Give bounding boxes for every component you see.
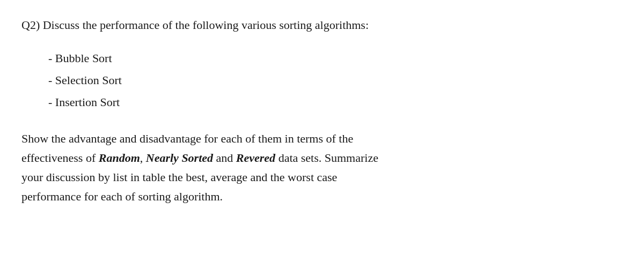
desc-line2-pre: effectiveness of (21, 151, 99, 165)
desc-line3: your discussion by list in table the bes… (21, 170, 337, 184)
desc-line4: performance for each of sorting algorith… (21, 190, 223, 203)
insertion-sort-item: - Insertion Sort (48, 93, 623, 111)
description-block: Show the advantage and disadvantage for … (21, 129, 623, 207)
desc-line1: Show the advantage and disadvantage for … (21, 132, 353, 145)
question-title: Q2) Discuss the performance of the follo… (21, 16, 623, 34)
revered-text: Revered (236, 151, 275, 165)
selection-sort-item: - Selection Sort (48, 71, 623, 89)
random-text: Random (99, 151, 140, 165)
desc-line2-post: data sets. Summarize (275, 151, 378, 165)
comma1: , (140, 151, 146, 165)
algorithm-list: - Bubble Sort - Selection Sort - Inserti… (48, 49, 623, 112)
bubble-sort-item: - Bubble Sort (48, 49, 623, 68)
and1: and (213, 151, 236, 165)
page-container: Q2) Discuss the performance of the follo… (0, 0, 644, 269)
nearly-sorted-text: Nearly Sorted (146, 151, 213, 165)
